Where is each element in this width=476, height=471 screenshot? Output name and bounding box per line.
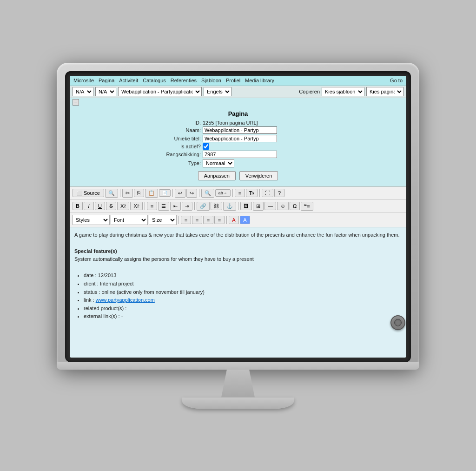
power-button[interactable] — [390, 315, 405, 330]
select-na-1[interactable]: N/A — [73, 87, 93, 96]
page-info-container: Pagina ID: 1255 [Toon pagina URL] Naam: … — [70, 106, 406, 186]
nav-media-library[interactable]: Media library — [245, 78, 274, 83]
strikethrough-button[interactable]: S — [106, 202, 116, 210]
separator-9 — [178, 216, 179, 224]
special-features-title: Special feature(s) — [74, 247, 402, 256]
naam-label: Naam: — [150, 127, 201, 133]
align-justify-button[interactable]: ≡ — [214, 216, 225, 224]
nav-pagina[interactable]: Pagina — [99, 78, 114, 83]
select-na-2[interactable]: N/A — [95, 87, 116, 96]
party-link[interactable]: www.partyapplication.com — [96, 297, 155, 303]
type-select[interactable]: Normaal — [203, 159, 234, 167]
unieke-titel-input[interactable] — [203, 135, 277, 142]
unieke-titel-label: Unieke titel: — [150, 136, 201, 141]
source-button[interactable]: ⬜ Source — [73, 189, 104, 197]
cut-button[interactable]: ✂ — [122, 189, 133, 198]
content-area[interactable]: A game to play during christmas & new ye… — [70, 227, 406, 358]
nav-microsite[interactable]: Microsite — [73, 78, 94, 83]
separator-4 — [232, 189, 233, 197]
toolbar-row: N/A N/A Webapplication - Partyapplicatio… — [70, 86, 406, 98]
separator-5 — [259, 189, 260, 197]
font-select[interactable]: Font — [111, 215, 148, 225]
id-value: 1255 [Toon pagina URL] — [203, 120, 258, 126]
italic-button[interactable]: I — [84, 202, 94, 210]
aanpassen-button[interactable]: Aanpassen — [198, 171, 236, 180]
id-row: ID: 1255 [Toon pagina URL] — [150, 120, 326, 126]
align-right-button[interactable]: ≡ — [203, 216, 213, 224]
list-item-related: related product(s) : - — [84, 305, 402, 313]
bg-color-button[interactable]: A — [240, 216, 250, 224]
nav-catalogus[interactable]: Catalogus — [143, 78, 166, 83]
editor-toolbar-2: B I U S X2 X2 ≡ ☰ ⇤ ⇥ 🔗 ⛓ ⚓ — [70, 200, 406, 213]
find-button[interactable]: 🔍 — [201, 189, 214, 198]
copy-button[interactable]: ⎘ — [134, 189, 144, 197]
separator-3 — [199, 189, 199, 197]
styles-select[interactable]: Styles — [73, 215, 110, 225]
rangschikking-label: Rangschikking: — [150, 152, 201, 157]
preview-button[interactable]: 🔍 — [105, 189, 118, 198]
outdent-button[interactable]: ⇤ — [170, 202, 181, 211]
indent-button[interactable]: ⇥ — [182, 202, 192, 211]
type-label: Type: — [150, 160, 201, 166]
hr-button[interactable]: — — [264, 202, 276, 210]
nav-sjabloon[interactable]: Sjabloon — [201, 78, 221, 83]
action-buttons: Aanpassen Verwijderen — [79, 171, 397, 180]
remove-format-button[interactable]: Tx — [246, 189, 258, 197]
document-icon: ⬜ — [77, 191, 82, 196]
nav-referenties[interactable]: Referenties — [171, 78, 197, 83]
naam-input[interactable] — [203, 126, 277, 134]
bold-button[interactable]: B — [73, 202, 83, 210]
language-select[interactable]: Engels — [204, 87, 231, 96]
unordered-list-button[interactable]: ☰ — [158, 202, 169, 211]
copy-label: Copieren — [299, 89, 320, 94]
separator-8 — [238, 202, 238, 210]
paste-text-button[interactable]: 📄 — [159, 189, 171, 197]
page-info-table: ID: 1255 [Toon pagina URL] Naam: Unieke … — [150, 120, 326, 167]
justify-button[interactable]: ≡ — [235, 189, 245, 197]
ordered-list-button[interactable]: ≡ — [147, 202, 157, 210]
paste-button[interactable]: 📋 — [145, 189, 158, 198]
align-left-button[interactable]: ≡ — [181, 216, 191, 224]
undo-button[interactable]: ↩ — [175, 189, 185, 198]
content-list: date : 12/2013 client : Internal project… — [84, 272, 402, 321]
is-actief-checkbox[interactable] — [203, 143, 209, 150]
is-actief-row: Is actief? — [150, 143, 326, 150]
unieke-titel-row: Unieke titel: — [150, 135, 326, 142]
list-item-link: link : www.partyapplication.com — [84, 296, 402, 305]
smiley-button[interactable]: ☺ — [277, 202, 289, 210]
page-select[interactable]: Webapplication - Partyapplication — [118, 87, 202, 96]
nav-profiel[interactable]: Profiel — [226, 78, 240, 83]
align-center-button[interactable]: ≡ — [192, 216, 202, 224]
blockquote-button[interactable]: ❝≡ — [301, 202, 313, 211]
special-char-button[interactable]: Ω — [290, 202, 300, 210]
verwijderen-button[interactable]: Verwijderen — [239, 171, 278, 180]
anchor-button[interactable]: ⚓ — [223, 202, 236, 211]
editor-section: ⬜ Source 🔍 ✂ ⎘ 📋 📄 ↩ ↪ 🔍 — [70, 186, 406, 227]
table-button[interactable]: ⊞ — [253, 202, 264, 211]
separator-6 — [145, 202, 145, 210]
monitor-stand-base — [182, 398, 294, 409]
rangschikking-input[interactable] — [203, 151, 277, 158]
redo-button[interactable]: ↪ — [186, 189, 197, 198]
separator-1 — [120, 189, 120, 197]
fullscreen-button[interactable]: ⛶ — [262, 189, 273, 197]
font-color-button[interactable]: A — [229, 216, 239, 224]
collapse-button[interactable]: − — [73, 99, 79, 106]
is-actief-label: Is actief? — [150, 144, 201, 149]
unlink-button[interactable]: ⛓ — [211, 202, 222, 210]
link-button[interactable]: 🔗 — [197, 202, 210, 211]
help-button[interactable]: ? — [274, 189, 284, 197]
superscript-button[interactable]: X2 — [130, 202, 142, 210]
list-item-external: external link(s) : - — [84, 312, 402, 321]
template-select[interactable]: Kies sjabloon — [322, 87, 364, 96]
underline-button[interactable]: U — [95, 202, 105, 210]
subscript-button[interactable]: X2 — [117, 202, 129, 210]
replace-button[interactable]: ab→ — [215, 189, 231, 197]
image-button[interactable]: 🖼 — [240, 202, 252, 210]
type-row: Type: Normaal — [150, 159, 326, 167]
monitor-stand-neck — [219, 370, 257, 398]
editor-toolbar-1: ⬜ Source 🔍 ✂ ⎘ 📋 📄 ↩ ↪ 🔍 — [70, 187, 406, 200]
nav-activiteit[interactable]: Activiteit — [119, 78, 138, 83]
page-copy-select[interactable]: Kies pagina — [366, 87, 403, 96]
size-select[interactable]: Size — [149, 215, 177, 225]
